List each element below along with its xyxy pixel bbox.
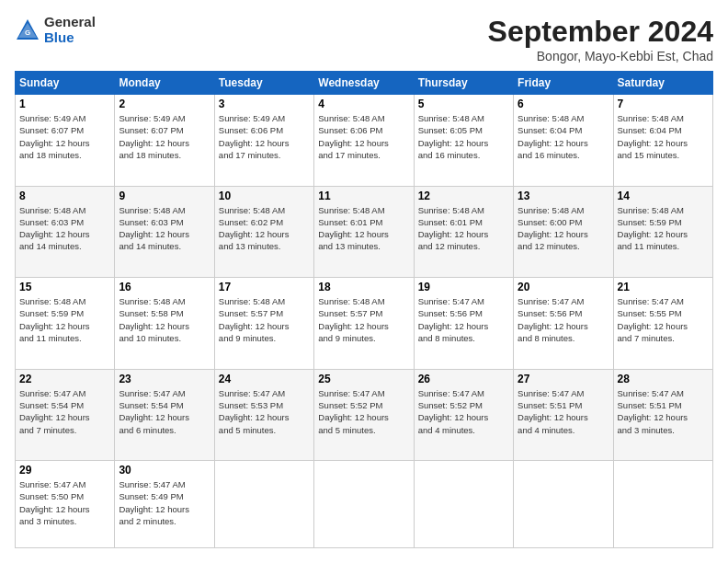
day-number: 18 bbox=[318, 281, 409, 293]
day-info: Sunrise: 5:47 AM Sunset: 5:51 PM Dayligh… bbox=[518, 387, 609, 436]
calendar-cell: 23Sunrise: 5:47 AM Sunset: 5:54 PM Dayli… bbox=[115, 369, 214, 461]
calendar-cell: 13Sunrise: 5:48 AM Sunset: 6:00 PM Dayli… bbox=[514, 186, 613, 278]
day-number: 17 bbox=[219, 281, 310, 293]
day-number: 5 bbox=[418, 98, 509, 110]
calendar-cell bbox=[214, 461, 313, 548]
day-info: Sunrise: 5:47 AM Sunset: 5:56 PM Dayligh… bbox=[518, 295, 609, 344]
day-info: Sunrise: 5:47 AM Sunset: 5:55 PM Dayligh… bbox=[618, 295, 709, 344]
day-number: 11 bbox=[318, 190, 409, 202]
calendar-cell: 30Sunrise: 5:47 AM Sunset: 5:49 PM Dayli… bbox=[115, 461, 214, 548]
calendar-cell: 9Sunrise: 5:48 AM Sunset: 6:03 PM Daylig… bbox=[115, 186, 214, 278]
logo-general-text: General bbox=[44, 15, 96, 30]
day-info: Sunrise: 5:47 AM Sunset: 5:51 PM Dayligh… bbox=[618, 387, 709, 436]
calendar-cell: 8Sunrise: 5:48 AM Sunset: 6:03 PM Daylig… bbox=[16, 186, 115, 278]
calendar: SundayMondayTuesdayWednesdayThursdayFrid… bbox=[15, 71, 713, 548]
day-number: 2 bbox=[119, 98, 210, 110]
calendar-cell: 25Sunrise: 5:47 AM Sunset: 5:52 PM Dayli… bbox=[314, 369, 414, 461]
calendar-cell: 29Sunrise: 5:47 AM Sunset: 5:50 PM Dayli… bbox=[16, 461, 115, 548]
day-number: 26 bbox=[418, 373, 509, 385]
day-info: Sunrise: 5:48 AM Sunset: 6:06 PM Dayligh… bbox=[318, 112, 409, 161]
day-info: Sunrise: 5:48 AM Sunset: 5:57 PM Dayligh… bbox=[318, 295, 409, 344]
col-header-tuesday: Tuesday bbox=[214, 72, 313, 95]
day-number: 1 bbox=[19, 98, 110, 110]
day-number: 29 bbox=[19, 464, 110, 477]
calendar-cell: 22Sunrise: 5:47 AM Sunset: 5:54 PM Dayli… bbox=[16, 369, 115, 461]
day-info: Sunrise: 5:48 AM Sunset: 5:59 PM Dayligh… bbox=[19, 295, 110, 344]
day-info: Sunrise: 5:48 AM Sunset: 6:04 PM Dayligh… bbox=[618, 112, 709, 161]
logo-icon: G bbox=[15, 17, 40, 43]
day-info: Sunrise: 5:49 AM Sunset: 6:07 PM Dayligh… bbox=[119, 112, 210, 161]
day-number: 15 bbox=[19, 281, 110, 293]
calendar-cell: 24Sunrise: 5:47 AM Sunset: 5:53 PM Dayli… bbox=[214, 369, 313, 461]
col-header-thursday: Thursday bbox=[414, 72, 513, 95]
day-number: 14 bbox=[618, 190, 709, 202]
day-info: Sunrise: 5:48 AM Sunset: 6:01 PM Dayligh… bbox=[418, 204, 509, 253]
month-title: September 2024 bbox=[488, 15, 713, 49]
day-info: Sunrise: 5:48 AM Sunset: 6:04 PM Dayligh… bbox=[518, 112, 609, 161]
day-info: Sunrise: 5:47 AM Sunset: 5:54 PM Dayligh… bbox=[19, 387, 110, 436]
day-info: Sunrise: 5:48 AM Sunset: 6:01 PM Dayligh… bbox=[318, 204, 409, 253]
day-number: 9 bbox=[119, 190, 210, 202]
day-info: Sunrise: 5:48 AM Sunset: 6:00 PM Dayligh… bbox=[518, 204, 609, 253]
calendar-cell: 16Sunrise: 5:48 AM Sunset: 5:58 PM Dayli… bbox=[115, 278, 214, 370]
day-info: Sunrise: 5:48 AM Sunset: 6:02 PM Dayligh… bbox=[219, 204, 310, 253]
day-info: Sunrise: 5:48 AM Sunset: 5:59 PM Dayligh… bbox=[618, 204, 709, 253]
calendar-cell: 28Sunrise: 5:47 AM Sunset: 5:51 PM Dayli… bbox=[613, 369, 712, 461]
day-info: Sunrise: 5:47 AM Sunset: 5:52 PM Dayligh… bbox=[418, 387, 509, 436]
calendar-cell: 4Sunrise: 5:48 AM Sunset: 6:06 PM Daylig… bbox=[314, 95, 414, 187]
calendar-cell: 3Sunrise: 5:49 AM Sunset: 6:06 PM Daylig… bbox=[214, 95, 313, 187]
calendar-cell: 10Sunrise: 5:48 AM Sunset: 6:02 PM Dayli… bbox=[214, 186, 313, 278]
day-info: Sunrise: 5:48 AM Sunset: 6:03 PM Dayligh… bbox=[119, 204, 210, 253]
day-info: Sunrise: 5:47 AM Sunset: 5:54 PM Dayligh… bbox=[119, 387, 210, 436]
day-number: 10 bbox=[219, 190, 310, 202]
title-block: September 2024 Bongor, Mayo-Kebbi Est, C… bbox=[488, 15, 713, 63]
day-number: 25 bbox=[318, 373, 409, 385]
svg-text:G: G bbox=[25, 29, 30, 37]
day-info: Sunrise: 5:48 AM Sunset: 6:05 PM Dayligh… bbox=[418, 112, 509, 161]
day-number: 13 bbox=[518, 190, 609, 202]
calendar-cell: 12Sunrise: 5:48 AM Sunset: 6:01 PM Dayli… bbox=[414, 186, 513, 278]
calendar-cell: 21Sunrise: 5:47 AM Sunset: 5:55 PM Dayli… bbox=[613, 278, 712, 370]
calendar-cell: 18Sunrise: 5:48 AM Sunset: 5:57 PM Dayli… bbox=[314, 278, 414, 370]
calendar-cell bbox=[414, 461, 513, 548]
calendar-cell: 26Sunrise: 5:47 AM Sunset: 5:52 PM Dayli… bbox=[414, 369, 513, 461]
calendar-cell: 27Sunrise: 5:47 AM Sunset: 5:51 PM Dayli… bbox=[514, 369, 613, 461]
day-number: 19 bbox=[418, 281, 509, 293]
calendar-cell: 11Sunrise: 5:48 AM Sunset: 6:01 PM Dayli… bbox=[314, 186, 414, 278]
day-number: 28 bbox=[618, 373, 709, 385]
day-number: 6 bbox=[518, 98, 609, 110]
day-number: 4 bbox=[318, 98, 409, 110]
day-number: 16 bbox=[119, 281, 210, 293]
calendar-cell: 2Sunrise: 5:49 AM Sunset: 6:07 PM Daylig… bbox=[115, 95, 214, 187]
calendar-cell: 19Sunrise: 5:47 AM Sunset: 5:56 PM Dayli… bbox=[414, 278, 513, 370]
calendar-cell: 20Sunrise: 5:47 AM Sunset: 5:56 PM Dayli… bbox=[514, 278, 613, 370]
day-number: 12 bbox=[418, 190, 509, 202]
calendar-cell: 15Sunrise: 5:48 AM Sunset: 5:59 PM Dayli… bbox=[16, 278, 115, 370]
day-number: 8 bbox=[19, 190, 110, 202]
day-info: Sunrise: 5:48 AM Sunset: 5:58 PM Dayligh… bbox=[119, 295, 210, 344]
day-number: 24 bbox=[219, 373, 310, 385]
calendar-cell bbox=[314, 461, 414, 548]
logo: G General Blue bbox=[15, 15, 96, 45]
day-info: Sunrise: 5:47 AM Sunset: 5:56 PM Dayligh… bbox=[418, 295, 509, 344]
day-info: Sunrise: 5:48 AM Sunset: 6:03 PM Dayligh… bbox=[19, 204, 110, 253]
col-header-saturday: Saturday bbox=[613, 72, 712, 95]
col-header-sunday: Sunday bbox=[16, 72, 115, 95]
day-info: Sunrise: 5:47 AM Sunset: 5:49 PM Dayligh… bbox=[119, 478, 210, 527]
day-number: 22 bbox=[19, 373, 110, 385]
day-info: Sunrise: 5:49 AM Sunset: 6:07 PM Dayligh… bbox=[19, 112, 110, 161]
day-info: Sunrise: 5:48 AM Sunset: 5:57 PM Dayligh… bbox=[219, 295, 310, 344]
calendar-cell: 14Sunrise: 5:48 AM Sunset: 5:59 PM Dayli… bbox=[613, 186, 712, 278]
day-number: 20 bbox=[518, 281, 609, 293]
col-header-wednesday: Wednesday bbox=[314, 72, 414, 95]
calendar-cell: 7Sunrise: 5:48 AM Sunset: 6:04 PM Daylig… bbox=[613, 95, 712, 187]
day-number: 30 bbox=[119, 464, 210, 477]
day-info: Sunrise: 5:47 AM Sunset: 5:53 PM Dayligh… bbox=[219, 387, 310, 436]
calendar-cell: 6Sunrise: 5:48 AM Sunset: 6:04 PM Daylig… bbox=[514, 95, 613, 187]
day-number: 27 bbox=[518, 373, 609, 385]
calendar-cell: 17Sunrise: 5:48 AM Sunset: 5:57 PM Dayli… bbox=[214, 278, 313, 370]
logo-blue-text: Blue bbox=[44, 30, 96, 46]
col-header-monday: Monday bbox=[115, 72, 214, 95]
calendar-cell bbox=[514, 461, 613, 548]
day-number: 3 bbox=[219, 98, 310, 110]
